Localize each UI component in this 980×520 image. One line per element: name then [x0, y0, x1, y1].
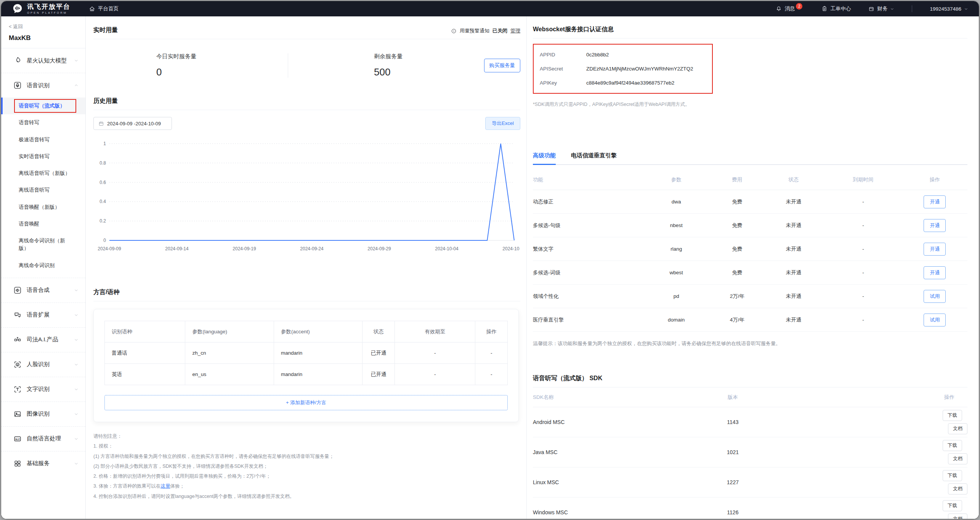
buy-quota-button[interactable]: 购买服务量: [484, 59, 521, 72]
download-button[interactable]: 下载: [943, 500, 962, 511]
tab-telephone-engine[interactable]: 电话信道垂直引擎: [571, 152, 617, 164]
sdk-version: 1143: [672, 419, 794, 425]
sidebar-section: 语音识别语音听写（流式版）语音转写极速语音转写实时语音转写离线语音听写（新版）离…: [1, 73, 85, 278]
column-header: 功能: [533, 176, 642, 183]
column-header: SDK名称: [533, 394, 672, 401]
nav-messages[interactable]: 消息 2: [776, 5, 804, 12]
sidebar-category-6[interactable]: 文字识别: [1, 377, 85, 402]
sidebar-section: 基础服务: [1, 451, 85, 476]
column-header: 参数(language): [185, 321, 274, 342]
sidebar-category-7[interactable]: 图像识别: [1, 402, 85, 426]
note-line: 2. 价格：新增的识别语种为付费项目，试用到期后需单独购买，价格为：2万/个/年…: [93, 471, 520, 481]
doc-button[interactable]: 文档: [948, 423, 967, 434]
ocr-icon: [13, 385, 22, 394]
sdk-row: Linux MSC1227下载文档: [533, 467, 967, 498]
download-button[interactable]: 下载: [943, 410, 962, 421]
activate-button[interactable]: 开通: [924, 266, 946, 279]
feature-tabs: 高级功能 电话信道垂直引擎: [533, 152, 967, 165]
date-range-picker[interactable]: 2024-09-09 -2024-10-09: [93, 117, 172, 130]
feature-name: 多候选-词级: [533, 269, 642, 276]
column-header: 版本: [672, 394, 794, 401]
account-menu[interactable]: 19924537486: [930, 6, 968, 12]
speaker-icon: [13, 286, 22, 294]
column-header: 状态: [362, 321, 395, 342]
note-line: 4. 控制台添加识别语种后，请同时设置language与accent两个参数，详…: [93, 491, 520, 501]
sidebar-item[interactable]: 离线命令词识别: [1, 257, 85, 274]
stat-today-value: 0: [156, 66, 288, 78]
doc-button[interactable]: 文档: [948, 453, 967, 464]
note-line: 1. 授权：: [93, 441, 520, 451]
platform-logo[interactable]: 讯飞开放平台 OPEN PLATFORM: [12, 3, 71, 14]
doc-button[interactable]: 文档: [948, 483, 967, 494]
sidebar-item[interactable]: 语音转写: [1, 114, 85, 131]
stat-remaining: 剩余服务量 500: [288, 53, 452, 78]
feature-name: 多候选-句级: [533, 222, 642, 229]
activate-button[interactable]: 开通: [924, 195, 946, 208]
doc-button[interactable]: 文档: [948, 514, 967, 519]
sidebar-category-9[interactable]: 基础服务: [1, 451, 85, 476]
feature-param: rlang: [642, 246, 711, 252]
stat-today-label: 今日实时服务量: [156, 53, 288, 60]
features-table: 功能参数费用状态到期时间操作动态修正dwa免费未开通-开通多候选-句级nbest…: [533, 170, 967, 332]
trial-button[interactable]: 试用: [924, 314, 946, 326]
table-cell: 已开通: [362, 342, 395, 364]
feature-name: 动态修正: [533, 198, 642, 205]
sidebar-item[interactable]: 极速语音转写: [1, 131, 85, 148]
sidebar-item[interactable]: 离线语音听写（新版）: [1, 165, 85, 182]
note-line: 3. 体验：方言语种的效果可以在这里体验；: [93, 481, 520, 491]
experience-here-link[interactable]: 这里: [160, 483, 170, 489]
sidebar-section: 语音扩展: [1, 302, 85, 327]
justice-ai-icon: [13, 336, 22, 344]
dialect-table: 识别语种参数(language)参数(accent)状态有效期至操作 普通话zh…: [104, 321, 508, 385]
apisecret-row: APISecret ZDEzNzA1MjNjMzcwOWJmYWRhNmY2ZT…: [540, 62, 706, 76]
sidebar-category-2[interactable]: 语音合成: [1, 278, 85, 302]
usage-alert-manage-link[interactable]: 管理: [510, 27, 520, 34]
add-language-button[interactable]: + 添加新语种/方言: [104, 395, 508, 410]
export-excel-button[interactable]: 导出Excel: [485, 117, 520, 130]
sidebar-item[interactable]: 语音唤醒（新版）: [1, 199, 85, 216]
sidebar-category-3[interactable]: 语音扩展: [1, 303, 85, 327]
sidebar-section: 司法A.I.产品: [1, 327, 85, 352]
feature-fee: 免费: [711, 198, 763, 205]
download-button[interactable]: 下载: [943, 440, 962, 451]
feature-row: 多候选-词级wbest免费未开通-开通: [533, 261, 967, 285]
sidebar-item[interactable]: 语音唤醒: [1, 216, 85, 232]
tab-advanced-features[interactable]: 高级功能: [533, 152, 556, 164]
sdk-version: 1126: [672, 509, 794, 515]
sidebar-category-1[interactable]: 语音识别: [1, 73, 85, 98]
sidebar-category-5[interactable]: 人脸识别: [1, 352, 85, 377]
sidebar-category-0[interactable]: 星火认知大模型: [1, 48, 85, 73]
active-indicator-bar: [1, 98, 3, 114]
nav-tickets-label: 工单中心: [830, 5, 851, 12]
sidebar-category-4[interactable]: 司法A.I.产品: [1, 328, 85, 352]
realtime-usage-title: 实时用量: [93, 26, 118, 34]
column-header: 有效期至: [395, 321, 475, 342]
websocket-auth-section: Websocket服务接口认证信息 APPID 0c2bb8b2 APISecr…: [533, 26, 967, 108]
basic-services-icon: [13, 459, 22, 468]
chevron-down-icon: [74, 412, 79, 416]
sidebar-category-8[interactable]: NLP自然语言处理: [1, 427, 85, 451]
table-header-row: 识别语种参数(language)参数(accent)状态有效期至操作: [105, 321, 508, 342]
nlp-icon: NLP: [13, 435, 22, 443]
feature-expire: -: [824, 317, 902, 323]
trial-button[interactable]: 试用: [924, 290, 946, 303]
sidebar-item-label: 语音唤醒（新版）: [19, 204, 60, 210]
activate-button[interactable]: 开通: [924, 219, 946, 232]
feature-param: domain: [642, 317, 711, 323]
brand-subtitle: OPEN PLATFORM: [27, 11, 71, 14]
download-button[interactable]: 下载: [943, 470, 962, 481]
sidebar-item[interactable]: 离线命令词识别（新版）: [1, 232, 85, 257]
sidebar-item[interactable]: 实时语音转写: [1, 148, 85, 165]
feature-expire: -: [824, 293, 902, 299]
nav-tickets[interactable]: 工单中心: [821, 5, 851, 12]
note-line: 请特别注意：: [93, 431, 520, 441]
back-link[interactable]: < 返回: [1, 22, 85, 31]
appid-value: 0c2bb8b2: [586, 52, 609, 58]
activate-button[interactable]: 开通: [924, 243, 946, 256]
nav-finance[interactable]: 财务: [868, 5, 894, 12]
sidebar-item[interactable]: 离线语音听写: [1, 182, 85, 198]
apisecret-value: ZDEzNzA1MjNjMzcwOWJmYWRhNmY2ZTQ2: [586, 66, 693, 72]
sidebar-item-active[interactable]: 语音听写（流式版）: [1, 98, 85, 114]
nav-home[interactable]: 平台首页: [89, 5, 119, 12]
appid-row: APPID 0c2bb8b2: [540, 48, 706, 62]
